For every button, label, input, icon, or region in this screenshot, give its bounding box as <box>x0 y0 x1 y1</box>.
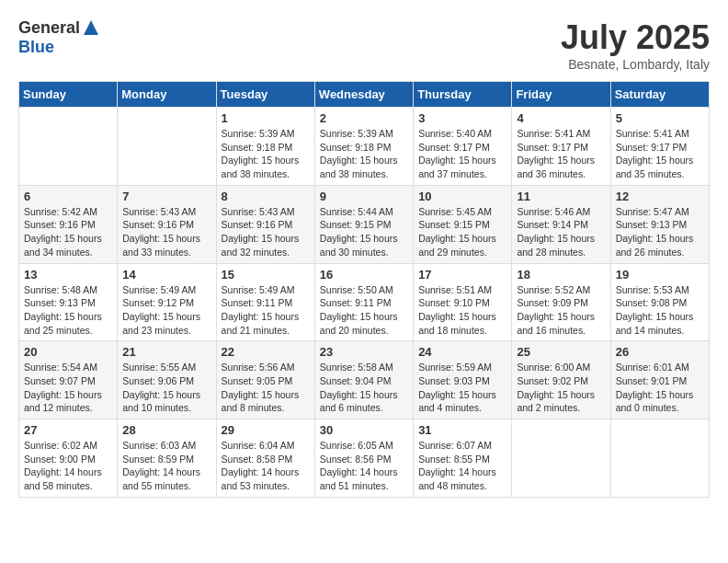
day-info: Sunrise: 5:39 AM Sunset: 9:18 PM Dayligh… <box>320 127 408 181</box>
calendar-header-row: SundayMondayTuesdayWednesdayThursdayFrid… <box>19 82 710 108</box>
header-day-wednesday: Wednesday <box>314 82 413 108</box>
day-number: 14 <box>122 268 210 282</box>
calendar-day-cell: 20Sunrise: 5:54 AM Sunset: 9:07 PM Dayli… <box>19 341 118 419</box>
day-number: 13 <box>24 268 112 282</box>
header-day-friday: Friday <box>512 82 610 108</box>
day-number: 26 <box>616 345 704 359</box>
calendar-day-cell: 11Sunrise: 5:46 AM Sunset: 9:14 PM Dayli… <box>512 185 610 263</box>
header-day-tuesday: Tuesday <box>216 82 314 108</box>
day-number: 10 <box>418 190 506 203</box>
header-day-thursday: Thursday <box>414 82 512 108</box>
day-info: Sunrise: 5:43 AM Sunset: 9:16 PM Dayligh… <box>222 205 310 259</box>
day-number: 19 <box>616 268 704 282</box>
day-info: Sunrise: 6:07 AM Sunset: 8:55 PM Dayligh… <box>418 439 506 493</box>
calendar-day-cell: 28Sunrise: 6:03 AM Sunset: 8:59 PM Dayli… <box>118 419 216 498</box>
day-number: 27 <box>24 423 112 437</box>
calendar-week-row: 1Sunrise: 5:39 AM Sunset: 9:18 PM Daylig… <box>19 108 710 186</box>
calendar-week-row: 13Sunrise: 5:48 AM Sunset: 9:13 PM Dayli… <box>19 263 710 341</box>
day-info: Sunrise: 6:04 AM Sunset: 8:58 PM Dayligh… <box>222 439 310 493</box>
page-header: General Blue July 2025 Besnate, Lombardy… <box>18 18 710 72</box>
day-number: 2 <box>320 111 408 125</box>
month-year-title: July 2025 <box>561 18 710 57</box>
day-number: 18 <box>517 268 605 282</box>
day-info: Sunrise: 5:46 AM Sunset: 9:14 PM Dayligh… <box>517 205 605 259</box>
day-info: Sunrise: 5:59 AM Sunset: 9:03 PM Dayligh… <box>418 361 506 415</box>
calendar-day-cell <box>610 419 709 498</box>
day-number: 6 <box>24 190 112 203</box>
logo-blue: Blue <box>18 38 54 56</box>
day-number: 29 <box>222 423 310 437</box>
day-info: Sunrise: 5:41 AM Sunset: 9:17 PM Dayligh… <box>517 127 605 181</box>
calendar-day-cell: 29Sunrise: 6:04 AM Sunset: 8:58 PM Dayli… <box>216 419 314 498</box>
calendar-day-cell: 4Sunrise: 5:41 AM Sunset: 9:17 PM Daylig… <box>512 108 610 186</box>
calendar-day-cell: 14Sunrise: 5:49 AM Sunset: 9:12 PM Dayli… <box>118 263 216 341</box>
calendar-day-cell: 25Sunrise: 6:00 AM Sunset: 9:02 PM Dayli… <box>512 341 610 419</box>
calendar-table: SundayMondayTuesdayWednesdayThursdayFrid… <box>18 81 710 498</box>
logo: General Blue <box>18 18 100 57</box>
title-block: July 2025 Besnate, Lombardy, Italy <box>561 18 710 72</box>
calendar-week-row: 6Sunrise: 5:42 AM Sunset: 9:16 PM Daylig… <box>19 185 710 263</box>
day-number: 11 <box>517 190 605 203</box>
day-info: Sunrise: 5:49 AM Sunset: 9:12 PM Dayligh… <box>122 283 210 338</box>
calendar-day-cell: 15Sunrise: 5:49 AM Sunset: 9:11 PM Dayli… <box>216 263 314 341</box>
day-info: Sunrise: 5:41 AM Sunset: 9:17 PM Dayligh… <box>616 127 704 181</box>
calendar-day-cell: 6Sunrise: 5:42 AM Sunset: 9:16 PM Daylig… <box>19 185 118 263</box>
calendar-day-cell: 17Sunrise: 5:51 AM Sunset: 9:10 PM Dayli… <box>414 263 512 341</box>
header-day-saturday: Saturday <box>610 82 709 108</box>
day-number: 17 <box>418 268 506 282</box>
day-info: Sunrise: 5:44 AM Sunset: 9:15 PM Dayligh… <box>320 205 408 259</box>
day-number: 31 <box>418 423 506 437</box>
day-info: Sunrise: 6:00 AM Sunset: 9:02 PM Dayligh… <box>517 361 605 415</box>
calendar-day-cell: 23Sunrise: 5:58 AM Sunset: 9:04 PM Dayli… <box>314 341 413 419</box>
day-number: 9 <box>320 190 408 203</box>
calendar-day-cell: 8Sunrise: 5:43 AM Sunset: 9:16 PM Daylig… <box>216 185 314 263</box>
calendar-day-cell <box>512 419 610 498</box>
day-number: 24 <box>418 345 506 359</box>
day-number: 28 <box>122 423 210 437</box>
day-info: Sunrise: 5:42 AM Sunset: 9:16 PM Dayligh… <box>24 205 112 259</box>
day-number: 12 <box>616 190 704 203</box>
day-number: 7 <box>122 190 210 203</box>
day-info: Sunrise: 5:58 AM Sunset: 9:04 PM Dayligh… <box>320 361 408 415</box>
header-day-monday: Monday <box>118 82 216 108</box>
calendar-day-cell: 5Sunrise: 5:41 AM Sunset: 9:17 PM Daylig… <box>610 108 709 186</box>
day-number: 4 <box>517 111 605 125</box>
day-info: Sunrise: 5:45 AM Sunset: 9:15 PM Dayligh… <box>418 205 506 259</box>
logo-triangle-icon <box>82 18 100 37</box>
day-number: 30 <box>320 423 408 437</box>
day-number: 1 <box>222 111 310 125</box>
day-info: Sunrise: 6:05 AM Sunset: 8:56 PM Dayligh… <box>320 439 408 493</box>
calendar-week-row: 20Sunrise: 5:54 AM Sunset: 9:07 PM Dayli… <box>19 341 710 419</box>
day-info: Sunrise: 5:43 AM Sunset: 9:16 PM Dayligh… <box>122 205 210 259</box>
calendar-day-cell: 31Sunrise: 6:07 AM Sunset: 8:55 PM Dayli… <box>414 419 512 498</box>
calendar-day-cell: 19Sunrise: 5:53 AM Sunset: 9:08 PM Dayli… <box>610 263 709 341</box>
day-number: 20 <box>24 345 112 359</box>
day-number: 5 <box>616 111 704 125</box>
logo-general: General <box>18 18 80 38</box>
calendar-day-cell: 26Sunrise: 6:01 AM Sunset: 9:01 PM Dayli… <box>610 341 709 419</box>
calendar-day-cell: 10Sunrise: 5:45 AM Sunset: 9:15 PM Dayli… <box>414 185 512 263</box>
svg-marker-0 <box>84 20 98 35</box>
day-number: 16 <box>320 268 408 282</box>
day-info: Sunrise: 5:52 AM Sunset: 9:09 PM Dayligh… <box>517 283 605 338</box>
day-info: Sunrise: 5:49 AM Sunset: 9:11 PM Dayligh… <box>222 283 310 338</box>
day-info: Sunrise: 5:53 AM Sunset: 9:08 PM Dayligh… <box>616 283 704 338</box>
day-number: 21 <box>122 345 210 359</box>
day-number: 25 <box>517 345 605 359</box>
day-info: Sunrise: 6:02 AM Sunset: 9:00 PM Dayligh… <box>24 439 112 493</box>
day-info: Sunrise: 5:54 AM Sunset: 9:07 PM Dayligh… <box>24 361 112 415</box>
calendar-day-cell: 7Sunrise: 5:43 AM Sunset: 9:16 PM Daylig… <box>118 185 216 263</box>
calendar-day-cell: 13Sunrise: 5:48 AM Sunset: 9:13 PM Dayli… <box>19 263 118 341</box>
calendar-day-cell <box>19 108 118 186</box>
day-number: 23 <box>320 345 408 359</box>
calendar-day-cell: 22Sunrise: 5:56 AM Sunset: 9:05 PM Dayli… <box>216 341 314 419</box>
day-number: 3 <box>418 111 506 125</box>
calendar-day-cell: 2Sunrise: 5:39 AM Sunset: 9:18 PM Daylig… <box>314 108 413 186</box>
calendar-day-cell: 1Sunrise: 5:39 AM Sunset: 9:18 PM Daylig… <box>216 108 314 186</box>
day-number: 15 <box>222 268 310 282</box>
calendar-day-cell: 24Sunrise: 5:59 AM Sunset: 9:03 PM Dayli… <box>414 341 512 419</box>
day-info: Sunrise: 6:01 AM Sunset: 9:01 PM Dayligh… <box>616 361 704 415</box>
calendar-week-row: 27Sunrise: 6:02 AM Sunset: 9:00 PM Dayli… <box>19 419 710 498</box>
calendar-day-cell <box>118 108 216 186</box>
header-day-sunday: Sunday <box>19 82 118 108</box>
